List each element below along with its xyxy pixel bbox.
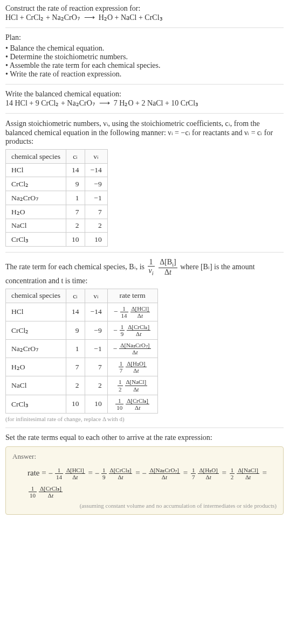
- cell-species: H₂O: [6, 358, 66, 376]
- cell-ci: 2: [66, 376, 85, 395]
- cell-nui: 10: [85, 395, 107, 413]
- stoich-section: Assign stoichiometric numbers, νᵢ, using…: [5, 114, 284, 253]
- cell-ci: 7: [66, 205, 85, 219]
- final-footnote: (assuming constant volume and no accumul…: [12, 502, 277, 509]
- balanced-eq-rhs: 7 H₂O + 2 NaCl + 10 CrCl₃: [114, 99, 198, 107]
- col-ci: cᵢ: [66, 289, 85, 303]
- intro-line1: Construct the rate of reaction expressio…: [5, 4, 284, 13]
- table-row: CrCl₂ 9 −9 −19Δ[CrCl₂]Δt: [6, 321, 158, 339]
- cell-rate-term: −114Δ[HCl]Δt: [107, 303, 157, 321]
- cell-nui: −1: [85, 340, 107, 358]
- cell-species: CrCl₂: [6, 321, 66, 339]
- cell-ci: 2: [66, 219, 85, 233]
- cell-ci: 10: [66, 233, 85, 247]
- cell-species: NaCl: [6, 219, 66, 233]
- cell-ci: 14: [66, 164, 85, 177]
- cell-nui: 2: [85, 219, 107, 233]
- answer-label: Answer:: [12, 452, 277, 461]
- cell-species: Na₂CrO₇: [6, 191, 66, 205]
- table-row: Na₂CrO₇ 1 −1 −Δ[Na₂CrO₇]Δt: [6, 340, 158, 358]
- cell-nui: −1: [85, 191, 107, 205]
- cell-species: Na₂CrO₇: [6, 340, 66, 358]
- table-header-row: chemical species cᵢ νᵢ rate term: [6, 289, 158, 303]
- table-row: H₂O 7 7: [6, 205, 108, 219]
- intro-section: Construct the rate of reaction expressio…: [5, 4, 284, 28]
- balanced-eq-lhs: 14 HCl + 9 CrCl₂ + Na₂CrO₇: [5, 99, 95, 107]
- balanced-equation: 14 HCl + 9 CrCl₂ + Na₂CrO₇ ⟶ 7 H₂O + 2 N…: [5, 99, 284, 108]
- table-row: CrCl₂ 9 −9: [6, 177, 108, 191]
- cell-nui: −9: [85, 177, 107, 191]
- arrow-icon: ⟶: [99, 99, 110, 107]
- answer-box: Answer: rate = −114Δ[HCl]Δt = −19Δ[CrCl₂…: [5, 446, 284, 515]
- cell-ci: 1: [66, 340, 85, 358]
- plan-section: Plan: Balance the chemical equation. Det…: [5, 28, 284, 85]
- cell-ci: 10: [66, 395, 85, 413]
- cell-nui: 2: [85, 376, 107, 395]
- table-row: CrCl₃ 10 10 110Δ[CrCl₃]Δt: [6, 395, 158, 413]
- final-section: Set the rate terms equal to each other t…: [5, 428, 284, 520]
- plan-heading: Plan:: [5, 33, 284, 42]
- stoich-heading: Assign stoichiometric numbers, νᵢ, using…: [5, 119, 284, 146]
- cell-species: HCl: [6, 303, 66, 321]
- intro-eq-rhs: H₂O + NaCl + CrCl₃: [99, 13, 163, 22]
- cell-ci: 14: [66, 303, 85, 321]
- table-header-row: chemical species cᵢ νᵢ: [6, 150, 108, 164]
- col-nui: νᵢ: [85, 289, 107, 303]
- plan-list: Balance the chemical equation. Determine…: [5, 44, 284, 79]
- cell-rate-term: −Δ[Na₂CrO₇]Δt: [107, 340, 157, 358]
- rate-footnote: (for infinitesimal rate of change, repla…: [5, 416, 284, 422]
- delta-b-over-delta-t: Δ[Bi]Δt: [159, 258, 177, 277]
- cell-ci: 7: [66, 358, 85, 376]
- table-row: HCl 14 −14 −114Δ[HCl]Δt: [6, 303, 158, 321]
- cell-species: CrCl₃: [6, 395, 66, 413]
- plan-item: Assemble the rate term for each chemical…: [5, 61, 284, 70]
- table-row: Na₂CrO₇ 1 −1: [6, 191, 108, 205]
- cell-rate-term: 12Δ[NaCl]Δt: [107, 376, 157, 395]
- balanced-heading: Write the balanced chemical equation:: [5, 90, 284, 99]
- cell-nui: 7: [85, 358, 107, 376]
- table-row: CrCl₃ 10 10: [6, 233, 108, 247]
- intro-eq-lhs: HCl + CrCl₂ + Na₂CrO₇: [5, 13, 80, 22]
- col-species: chemical species: [6, 289, 66, 303]
- final-heading: Set the rate terms equal to each other t…: [5, 433, 284, 442]
- col-species: chemical species: [6, 150, 66, 164]
- cell-nui: −14: [85, 303, 107, 321]
- cell-ci: 9: [66, 321, 85, 339]
- rate-expression: rate = −114Δ[HCl]Δt = −19Δ[CrCl₂]Δt = −Δ…: [12, 464, 277, 500]
- stoich-table: chemical species cᵢ νᵢ HCl 14 −14CrCl₂ 9…: [5, 149, 108, 247]
- table-row: HCl 14 −14: [6, 164, 108, 177]
- cell-species: H₂O: [6, 205, 66, 219]
- cell-nui: 7: [85, 205, 107, 219]
- plan-item: Write the rate of reaction expression.: [5, 70, 284, 79]
- rate-intro-prefix: The rate term for each chemical species,…: [5, 263, 147, 271]
- plan-item: Determine the stoichiometric numbers.: [5, 53, 284, 61]
- cell-nui: −9: [85, 321, 107, 339]
- rate-table: chemical species cᵢ νᵢ rate term HCl 14 …: [5, 289, 158, 414]
- cell-nui: 10: [85, 233, 107, 247]
- cell-rate-term: 17Δ[H₂O]Δt: [107, 358, 157, 376]
- cell-species: CrCl₃: [6, 233, 66, 247]
- plan-item: Balance the chemical equation.: [5, 44, 284, 53]
- cell-ci: 1: [66, 191, 85, 205]
- col-rate-term: rate term: [107, 289, 157, 303]
- rate-term-section: The rate term for each chemical species,…: [5, 253, 284, 428]
- cell-ci: 9: [66, 177, 85, 191]
- cell-species: CrCl₂: [6, 177, 66, 191]
- cell-rate-term: 110Δ[CrCl₃]Δt: [107, 395, 157, 413]
- cell-nui: −14: [85, 164, 107, 177]
- cell-species: HCl: [6, 164, 66, 177]
- document: Construct the rate of reaction expressio…: [0, 0, 289, 527]
- rate-intro-text: The rate term for each chemical species,…: [5, 258, 284, 285]
- arrow-icon: ⟶: [84, 13, 95, 22]
- intro-equation: HCl + CrCl₂ + Na₂CrO₇ ⟶ H₂O + NaCl + CrC…: [5, 13, 284, 22]
- table-row: NaCl 2 2: [6, 219, 108, 233]
- col-ci: cᵢ: [66, 150, 85, 164]
- col-nui: νᵢ: [85, 150, 107, 164]
- table-row: H₂O 7 7 17Δ[H₂O]Δt: [6, 358, 158, 376]
- table-row: NaCl 2 2 12Δ[NaCl]Δt: [6, 376, 158, 395]
- cell-species: NaCl: [6, 376, 66, 395]
- cell-rate-term: −19Δ[CrCl₂]Δt: [107, 321, 157, 339]
- balanced-section: Write the balanced chemical equation: 14…: [5, 85, 284, 114]
- one-over-nu: 1νi: [148, 258, 155, 277]
